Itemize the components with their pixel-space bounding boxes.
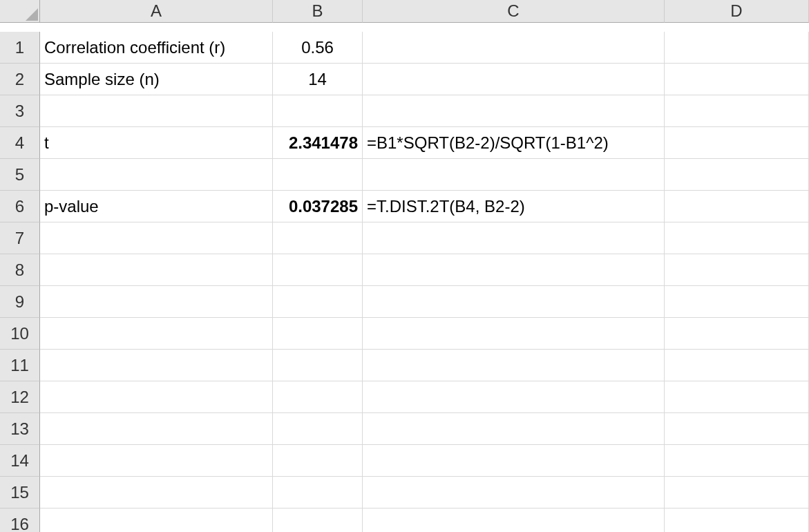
cell-B9[interactable]: [273, 286, 363, 318]
row-header-11[interactable]: 11: [0, 350, 40, 381]
cell-C2[interactable]: [363, 64, 665, 95]
row-header-9[interactable]: 9: [0, 286, 40, 318]
row-header-8[interactable]: 8: [0, 254, 40, 286]
row-header-16[interactable]: 16: [0, 509, 40, 532]
cell-C12[interactable]: [363, 381, 665, 413]
cell-A13[interactable]: [40, 413, 273, 445]
cell-D13[interactable]: [665, 413, 809, 445]
cell-A15[interactable]: [40, 477, 273, 509]
cell-B10[interactable]: [273, 318, 363, 350]
cell-A9[interactable]: [40, 286, 273, 318]
cell-C9[interactable]: [363, 286, 665, 318]
row-header-13[interactable]: 13: [0, 413, 40, 445]
cell-B8[interactable]: [273, 254, 363, 286]
cell-A4[interactable]: t: [40, 127, 273, 159]
cell-B4[interactable]: 2.341478: [273, 127, 363, 159]
cell-C15[interactable]: [363, 477, 665, 509]
cell-A1[interactable]: Correlation coefficient (r): [40, 32, 273, 64]
cell-D8[interactable]: [665, 254, 809, 286]
cell-D1[interactable]: [665, 32, 809, 64]
row-header-14[interactable]: 14: [0, 445, 40, 477]
cell-D11[interactable]: [665, 350, 809, 381]
cell-A6[interactable]: p-value: [40, 191, 273, 222]
cell-C10[interactable]: [363, 318, 665, 350]
row-header-2[interactable]: 2: [0, 64, 40, 95]
cell-B5[interactable]: [273, 159, 363, 191]
cell-B14[interactable]: [273, 445, 363, 477]
cell-D5[interactable]: [665, 159, 809, 191]
cell-C6[interactable]: =T.DIST.2T(B4, B2-2): [363, 191, 665, 222]
col-header-C[interactable]: C: [363, 0, 665, 23]
cell-D2[interactable]: [665, 64, 809, 95]
col-header-D[interactable]: D: [665, 0, 809, 23]
row-header-7[interactable]: 7: [0, 222, 40, 254]
cell-B1[interactable]: 0.56: [273, 32, 363, 64]
cell-D16[interactable]: [665, 509, 809, 532]
cell-D12[interactable]: [665, 381, 809, 413]
cell-B3[interactable]: [273, 95, 363, 127]
cell-A16[interactable]: [40, 509, 273, 532]
spreadsheet-grid[interactable]: ABCD1Correlation coefficient (r)0.562Sam…: [0, 0, 809, 532]
cell-B7[interactable]: [273, 222, 363, 254]
cell-C1[interactable]: [363, 32, 665, 64]
row-header-1[interactable]: 1: [0, 32, 40, 64]
cell-D10[interactable]: [665, 318, 809, 350]
cell-C8[interactable]: [363, 254, 665, 286]
row-header-4[interactable]: 4: [0, 127, 40, 159]
row-header-5[interactable]: 5: [0, 159, 40, 191]
select-all-corner[interactable]: [0, 0, 40, 23]
cell-B16[interactable]: [273, 509, 363, 532]
cell-B15[interactable]: [273, 477, 363, 509]
cell-A7[interactable]: [40, 222, 273, 254]
cell-C14[interactable]: [363, 445, 665, 477]
cell-A12[interactable]: [40, 381, 273, 413]
cell-C5[interactable]: [363, 159, 665, 191]
cell-C11[interactable]: [363, 350, 665, 381]
cell-D9[interactable]: [665, 286, 809, 318]
cell-A14[interactable]: [40, 445, 273, 477]
col-header-A[interactable]: A: [40, 0, 273, 23]
cell-B2[interactable]: 14: [273, 64, 363, 95]
cell-C16[interactable]: [363, 509, 665, 532]
row-header-10[interactable]: 10: [0, 318, 40, 350]
cell-A8[interactable]: [40, 254, 273, 286]
row-header-12[interactable]: 12: [0, 381, 40, 413]
cell-B11[interactable]: [273, 350, 363, 381]
cell-C13[interactable]: [363, 413, 665, 445]
cell-A5[interactable]: [40, 159, 273, 191]
col-header-B[interactable]: B: [273, 0, 363, 23]
cell-B13[interactable]: [273, 413, 363, 445]
svg-marker-0: [26, 8, 38, 21]
cell-D7[interactable]: [665, 222, 809, 254]
cell-A11[interactable]: [40, 350, 273, 381]
cell-D4[interactable]: [665, 127, 809, 159]
cell-B12[interactable]: [273, 381, 363, 413]
cell-C4[interactable]: =B1*SQRT(B2-2)/SQRT(1-B1^2): [363, 127, 665, 159]
cell-D14[interactable]: [665, 445, 809, 477]
row-header-3[interactable]: 3: [0, 95, 40, 127]
row-header-15[interactable]: 15: [0, 477, 40, 509]
cell-B6[interactable]: 0.037285: [273, 191, 363, 222]
row-header-6[interactable]: 6: [0, 191, 40, 222]
cell-C3[interactable]: [363, 95, 665, 127]
cell-A3[interactable]: [40, 95, 273, 127]
cell-D15[interactable]: [665, 477, 809, 509]
cell-A10[interactable]: [40, 318, 273, 350]
cell-D6[interactable]: [665, 191, 809, 222]
cell-D3[interactable]: [665, 95, 809, 127]
cell-A2[interactable]: Sample size (n): [40, 64, 273, 95]
cell-C7[interactable]: [363, 222, 665, 254]
